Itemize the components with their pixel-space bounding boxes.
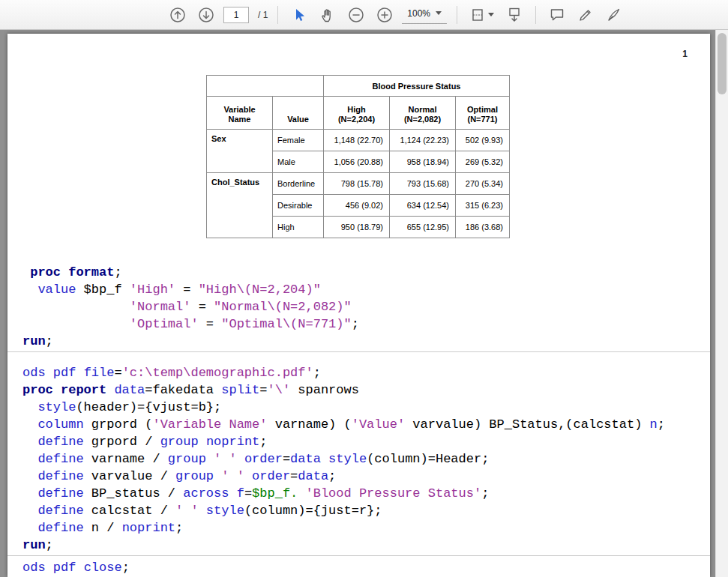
code-line: ods pdf close; — [7, 559, 710, 576]
column-header: Optimal(N=771) — [456, 97, 510, 130]
chevron-down-icon — [488, 13, 494, 16]
toolbar-divider — [535, 6, 536, 24]
code-line: define grpord / group noprint; — [7, 433, 710, 450]
stat-cell: 502 (9.93) — [456, 130, 510, 151]
code-section: proc format; value $bp_f 'High' = "High\… — [7, 264, 710, 350]
speech-bubble-icon — [549, 7, 565, 23]
vertical-scrollbar[interactable] — [715, 30, 728, 577]
span-header-row: Blood Pressure Status — [207, 76, 510, 97]
stat-cell: 456 (9.02) — [324, 195, 390, 217]
code-section: ods pdf file='c:\temp\demographic.pdf';p… — [7, 364, 710, 554]
value-cell: Female — [273, 130, 324, 151]
stat-cell: 270 (5.34) — [456, 173, 510, 195]
zoom-in-button[interactable] — [373, 4, 396, 26]
stat-cell: 269 (5.32) — [456, 151, 510, 173]
code-line: define BP_status / across f=$bp_f. 'Bloo… — [7, 485, 710, 502]
code-line: proc format; — [7, 264, 710, 281]
stat-cell: 1,124 (22.23) — [390, 130, 456, 151]
stat-cell: 634 (12.54) — [390, 195, 456, 217]
span-header-cell: Blood Pressure Status — [324, 76, 510, 97]
value-cell: Borderline — [273, 173, 324, 195]
code-line: run; — [7, 333, 710, 350]
sas-code: proc format; value $bp_f 'High' = "High\… — [7, 264, 710, 576]
select-tool-button[interactable] — [288, 4, 310, 26]
arrow-down-circle-icon — [197, 6, 215, 24]
column-header: High(N=2,204) — [324, 97, 390, 130]
zoom-out-button[interactable] — [345, 4, 367, 26]
page-break-rule — [7, 351, 710, 352]
table-row: Chol_StatusBorderline798 (15.78)793 (15.… — [207, 173, 510, 195]
code-line: value $bp_f 'High' = "High\(N=2,204)" — [7, 281, 710, 298]
column-header: Value — [273, 97, 324, 130]
code-line: define varname / group ' ' order=data st… — [7, 450, 710, 468]
page-corner-number: 1 — [682, 49, 688, 59]
group-cell: Chol_Status — [207, 173, 273, 238]
stat-cell: 655 (12.95) — [390, 217, 456, 238]
hand-tool-button[interactable] — [316, 4, 339, 26]
column-header-row: VariableNameValueHigh(N=2,204)Normal(N=2… — [207, 97, 510, 130]
page-break-rule — [7, 555, 710, 556]
scrollbar-thumb[interactable] — [718, 33, 727, 94]
page-scroll-icon — [506, 7, 523, 23]
stat-cell: 1,056 (20.88) — [324, 151, 390, 173]
stat-cell: 1,148 (22.70) — [324, 130, 390, 151]
stat-cell: 798 (15.78) — [324, 173, 390, 195]
comment-tool-button[interactable] — [546, 4, 568, 26]
code-line: define varvalue / group ' ' order=data; — [7, 468, 710, 485]
stat-cell: 950 (18.79) — [324, 217, 390, 238]
empty-header-cell — [207, 76, 324, 97]
document-area: 1 Blood Pressure StatusVariableNameValue… — [0, 30, 728, 577]
column-header: Normal(N=2,082) — [390, 97, 456, 130]
page-count-label: / 1 — [258, 10, 268, 20]
next-page-button[interactable] — [195, 4, 217, 26]
draw-tool-button[interactable] — [574, 4, 597, 26]
cursor-arrow-icon — [291, 7, 307, 23]
stat-cell: 315 (6.23) — [456, 195, 510, 217]
stat-cell: 793 (15.68) — [390, 173, 456, 195]
arrow-up-circle-icon — [169, 6, 187, 24]
table-row: SexFemale1,148 (22.70)1,124 (22.23)502 (… — [207, 130, 510, 151]
previous-page-button[interactable] — [166, 4, 189, 26]
code-line: 'Normal' = "Normal\(N=2,082)" — [7, 298, 710, 315]
code-line: style(header)={vjust=b}; — [7, 399, 710, 416]
column-header: VariableName — [207, 97, 273, 130]
chevron-down-icon — [436, 11, 442, 15]
report-table: Blood Pressure StatusVariableNameValueHi… — [206, 75, 510, 238]
plus-circle-icon — [376, 6, 394, 24]
pdf-page: 1 Blood Pressure StatusVariableNameValue… — [7, 34, 710, 577]
fill-sign-tool-button[interactable] — [603, 4, 625, 26]
value-cell: High — [273, 217, 324, 238]
page-number-input[interactable] — [223, 7, 249, 23]
scrolling-mode-button[interactable] — [503, 4, 526, 26]
code-line: define calcstat / ' ' style(column)={jus… — [7, 502, 710, 519]
zoom-level-label: 100% — [407, 8, 430, 19]
pencil-icon — [577, 7, 594, 23]
code-line: define n / noprint; — [7, 519, 710, 537]
value-cell: Desirable — [273, 195, 324, 217]
page-display-button[interactable] — [467, 4, 497, 25]
stat-cell: 186 (3.68) — [456, 217, 510, 238]
code-line: 'Optimal' = "Optimal\(N=771)"; — [7, 315, 710, 333]
pen-nib-icon — [606, 7, 622, 23]
toolbar-divider — [457, 6, 457, 24]
code-line: proc report data=fakedata split='\' span… — [7, 381, 710, 399]
hand-icon — [319, 7, 336, 23]
minus-circle-icon — [347, 6, 365, 24]
zoom-level-dropdown[interactable]: 100% — [402, 6, 447, 24]
pdf-toolbar: / 1 100% — [0, 0, 728, 30]
page-layout-icon — [470, 7, 485, 22]
code-line: column grpord ('Variable Name' varname) … — [7, 416, 710, 433]
code-line: run; — [7, 537, 710, 554]
code-section: ods pdf close; — [7, 559, 710, 576]
code-line: ods pdf file='c:\temp\demographic.pdf'; — [7, 364, 710, 381]
value-cell: Male — [273, 151, 324, 173]
toolbar-divider — [277, 6, 278, 24]
group-cell: Sex — [207, 130, 273, 173]
stat-cell: 958 (18.94) — [390, 151, 456, 173]
